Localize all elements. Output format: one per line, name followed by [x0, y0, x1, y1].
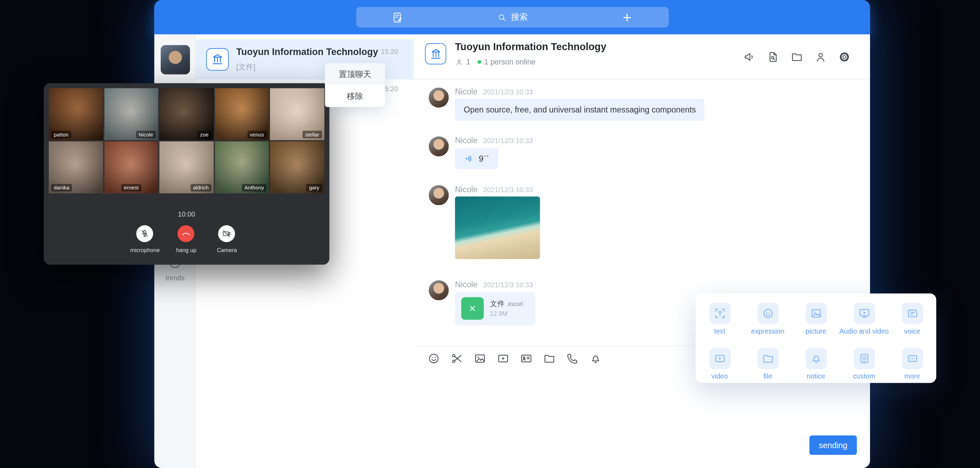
participant-name: Nicole [136, 131, 156, 138]
folder-icon[interactable] [543, 352, 556, 364]
camera-label: Camera [202, 247, 252, 254]
sender-name: Nicole [455, 136, 477, 145]
feature-more[interactable]: more [888, 338, 936, 383]
feature-file[interactable]: file [744, 338, 792, 383]
message-time: 2021/12/3 10:33 [483, 281, 533, 289]
excel-file-icon [461, 297, 484, 319]
chat-title: Tuoyun Information Technology [455, 42, 606, 53]
message-time: 2021/12/3 10:33 [483, 186, 533, 193]
file-search-icon[interactable] [767, 51, 780, 63]
participant-name: gary [307, 184, 322, 192]
message-meta: Nicole 2021/12/3 10:33 [455, 87, 533, 96]
feature-expression[interactable]: expression [744, 294, 792, 338]
message-meta: Nicole 2021/12/3 10:33 [455, 185, 533, 194]
audio-video-icon [853, 303, 875, 324]
microphone-toggle-button[interactable] [137, 225, 153, 242]
top-bar: 搜索 + [154, 0, 870, 35]
video-icon [709, 348, 730, 369]
feature-label: video [711, 372, 728, 380]
feature-voice[interactable]: voice [888, 294, 936, 338]
emoji-icon[interactable] [427, 352, 440, 364]
hang-up-button[interactable] [178, 225, 194, 242]
avatar[interactable] [429, 185, 449, 205]
feature-label: notice [807, 372, 825, 380]
my-avatar[interactable] [161, 45, 190, 74]
custom-document-icon [853, 348, 875, 369]
notice-bell-icon [805, 348, 827, 369]
image-attachment[interactable] [455, 196, 540, 259]
participant-tile: patton [49, 88, 103, 140]
message-meta: Nicole 2021/12/3 10:33 [455, 280, 533, 289]
feature-label: text [714, 327, 725, 335]
members-icon [455, 58, 463, 66]
text-bubble: Open source, free, and universal instant… [455, 99, 705, 121]
notes-button[interactable] [356, 7, 439, 27]
feature-label: picture [806, 327, 826, 335]
chat-header-actions [743, 51, 851, 63]
message-time: 2021/12/3 10:33 [483, 88, 533, 96]
avatar[interactable] [429, 136, 449, 157]
notification-bell-icon[interactable] [590, 352, 602, 364]
sender-name: Nicole [455, 185, 477, 194]
video-call-window[interactable]: patton Nicole zoe venus stellar danika e… [44, 83, 329, 265]
add-button[interactable]: + [586, 7, 668, 27]
participant-tile: stellar [270, 88, 325, 140]
trends-label: trends [154, 274, 196, 282]
participant-tile: ernest [104, 141, 158, 193]
file-size: 12.8M [490, 310, 508, 317]
contact-card-icon[interactable] [520, 352, 533, 364]
file-ext: .excel [506, 300, 523, 307]
folder-icon[interactable] [791, 51, 803, 63]
feature-panel: text expression picture [696, 294, 936, 383]
file-attachment-card[interactable]: 文件 .excel 12.8M [455, 292, 536, 325]
member-icon[interactable] [815, 51, 827, 63]
participant-name: zoe [198, 131, 211, 138]
feature-video[interactable]: video [696, 338, 744, 383]
camera-toggle-button[interactable] [218, 225, 235, 242]
group-building-icon [425, 43, 446, 64]
speaker-icon [464, 153, 475, 164]
more-dots-icon [902, 348, 923, 369]
voice-bubble[interactable]: 9`` [455, 149, 498, 169]
feature-label: voice [904, 327, 920, 335]
feature-label: Audio and video [839, 327, 889, 335]
group-building-icon [206, 48, 229, 71]
context-menu: 置顶聊天 移除 [325, 63, 385, 107]
avatar[interactable] [429, 88, 449, 108]
conversation-title: Tuoyun Information Technology [236, 46, 378, 57]
camera-off-icon [222, 229, 231, 238]
feature-notice[interactable]: notice [792, 338, 840, 383]
feature-label: more [904, 372, 920, 380]
feature-audio-video[interactable]: Audio and video [840, 294, 888, 338]
feature-label: file [764, 372, 772, 380]
chat-header: Tuoyun Information Technology 1 1 person… [414, 35, 870, 79]
feature-custom[interactable]: custom [840, 338, 888, 383]
menu-item-remove[interactable]: 移除 [325, 85, 385, 107]
call-phone-icon[interactable] [566, 352, 579, 364]
announcement-icon[interactable] [743, 51, 756, 63]
send-button[interactable]: sending [810, 436, 857, 455]
participant-tile: zoe [159, 88, 214, 140]
stage: 搜索 + trends [0, 0, 980, 468]
participant-name: ernest [121, 184, 141, 192]
text-icon [709, 303, 730, 324]
online-dot [477, 60, 481, 64]
settings-gear-icon[interactable] [838, 51, 851, 63]
participant-tile: Nicole [104, 88, 158, 140]
conversation-subtitle: [文件] [236, 62, 255, 73]
feature-text[interactable]: text [696, 294, 744, 338]
screenshot-scissors-icon[interactable] [451, 352, 463, 364]
search-input[interactable]: 搜索 [439, 7, 586, 27]
video-clip-icon[interactable] [497, 352, 509, 364]
participant-name: aldrich [190, 184, 211, 192]
participant-name: danika [51, 184, 72, 192]
image-icon[interactable] [474, 352, 486, 364]
file-name: 文件 [490, 300, 504, 307]
search-icon [496, 12, 507, 22]
menu-item-pin-chat[interactable]: 置顶聊天 [325, 63, 385, 85]
avatar[interactable] [429, 280, 449, 300]
feature-picture[interactable]: picture [792, 294, 840, 338]
voice-duration: 9`` [479, 154, 489, 163]
call-elapsed-time: 10:00 [44, 210, 329, 218]
message-time: 2021/12/3 10:33 [483, 137, 533, 144]
